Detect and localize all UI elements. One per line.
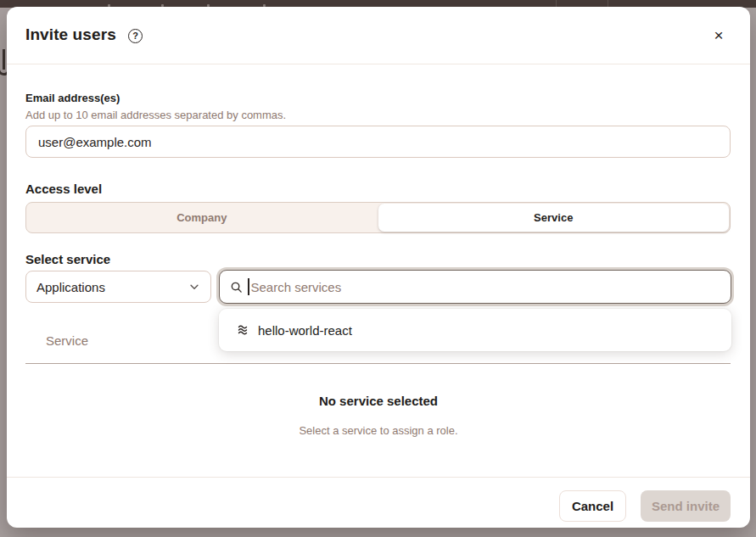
service-type-select[interactable]: Applications — [25, 271, 211, 303]
email-input[interactable] — [25, 126, 731, 158]
empty-state-title: No service selected — [7, 394, 750, 408]
email-help-text: Add up to 10 email addresses separated b… — [25, 109, 286, 121]
invite-users-modal: Invite users ? × Email address(es) Add u… — [7, 7, 750, 528]
service-dropdown-item[interactable]: hello-world-react — [231, 314, 720, 346]
service-search-input[interactable] — [251, 280, 721, 294]
cancel-button[interactable]: Cancel — [559, 490, 626, 522]
access-level-label: Access level — [25, 182, 102, 196]
background-page-fragment — [0, 49, 7, 76]
send-invite-button[interactable]: Send invite — [641, 490, 731, 522]
modal-header: Invite users ? × — [7, 7, 750, 64]
text-caret — [248, 278, 249, 295]
email-label: Email address(es) — [25, 92, 120, 104]
service-column-header: Service — [46, 333, 88, 348]
footer-divider — [7, 477, 750, 478]
access-level-segmented-control: Company Service — [25, 202, 731, 233]
service-type-select-value: Applications — [36, 280, 188, 294]
segment-service[interactable]: Service — [378, 204, 730, 232]
chevron-down-icon — [188, 281, 200, 293]
modal-title: Invite users — [25, 25, 116, 44]
service-search-box — [219, 270, 731, 304]
service-table-divider — [25, 363, 731, 364]
empty-state-subtitle: Select a service to assign a role. — [7, 424, 750, 437]
segment-company[interactable]: Company — [26, 203, 378, 232]
help-icon[interactable]: ? — [128, 29, 143, 43]
close-icon[interactable]: × — [709, 26, 728, 45]
select-service-label: Select service — [25, 252, 110, 266]
search-icon — [230, 281, 243, 294]
service-dropdown-item-label: hello-world-react — [258, 323, 352, 338]
stack-icon — [236, 323, 249, 337]
service-dropdown-panel: hello-world-react — [219, 309, 731, 351]
header-divider — [7, 64, 750, 64]
